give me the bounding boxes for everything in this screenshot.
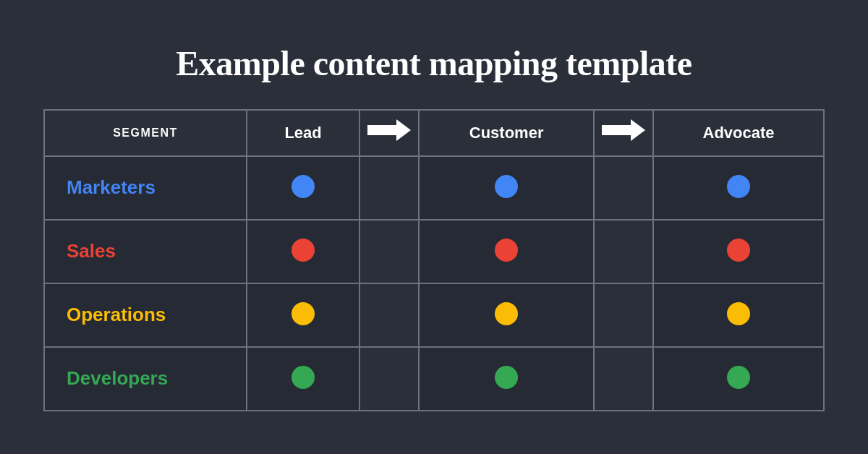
arrow-icon-1: [367, 119, 411, 141]
arrow-spacer-3: [359, 220, 419, 283]
dot-developers-lead: [247, 347, 359, 411]
lead-column-header: Lead: [247, 110, 359, 156]
dot-icon: [727, 239, 750, 262]
arrow-header-2: [594, 110, 653, 156]
arrow-spacer-4: [594, 220, 653, 283]
page-title: Example content mapping template: [176, 43, 692, 83]
dot-icon: [292, 239, 315, 262]
dot-marketers-customer: [419, 156, 594, 220]
segment-operations: Operations: [44, 283, 247, 347]
dot-developers-customer: [419, 347, 594, 411]
dot-operations-lead: [247, 283, 359, 347]
segment-developers: Developers: [44, 347, 247, 411]
dot-operations-customer: [419, 283, 594, 347]
dot-sales-lead: [247, 220, 359, 283]
arrow-spacer-6: [594, 283, 653, 347]
content-mapping-table: SEGMENT Lead Customer Advocate: [43, 109, 825, 411]
segment-column-header: SEGMENT: [44, 110, 247, 156]
dot-marketers-advocate: [653, 156, 824, 220]
table-wrapper: SEGMENT Lead Customer Advocate: [43, 109, 825, 411]
dot-operations-advocate: [653, 283, 824, 347]
dot-icon: [292, 302, 315, 325]
dot-icon: [495, 366, 518, 389]
dot-developers-advocate: [653, 347, 824, 411]
svg-marker-0: [367, 119, 411, 141]
advocate-column-header: Advocate: [653, 110, 824, 156]
arrow-spacer-1: [359, 156, 419, 220]
dot-icon: [727, 366, 750, 389]
arrow-spacer-5: [359, 283, 419, 347]
svg-marker-1: [602, 119, 645, 141]
dot-icon: [292, 366, 315, 389]
table-row: Operations: [44, 283, 824, 347]
dot-icon: [495, 302, 518, 325]
arrow-spacer-7: [359, 347, 419, 411]
dot-sales-advocate: [653, 220, 824, 283]
table-row: Sales: [44, 220, 824, 283]
dot-icon: [495, 239, 518, 262]
dot-marketers-lead: [247, 156, 359, 220]
table-row: Developers: [44, 347, 824, 411]
arrow-icon-2: [602, 119, 645, 141]
dot-icon: [727, 302, 750, 325]
arrow-spacer-8: [594, 347, 653, 411]
dot-icon: [495, 175, 518, 198]
segment-sales: Sales: [44, 220, 247, 283]
table-row: Marketers: [44, 156, 824, 220]
arrow-spacer-2: [594, 156, 653, 220]
customer-column-header: Customer: [419, 110, 594, 156]
table-header-row: SEGMENT Lead Customer Advocate: [44, 110, 824, 156]
dot-icon: [727, 175, 750, 198]
dot-icon: [292, 175, 315, 198]
segment-marketers: Marketers: [44, 156, 247, 220]
arrow-header-1: [359, 110, 419, 156]
dot-sales-customer: [419, 220, 594, 283]
